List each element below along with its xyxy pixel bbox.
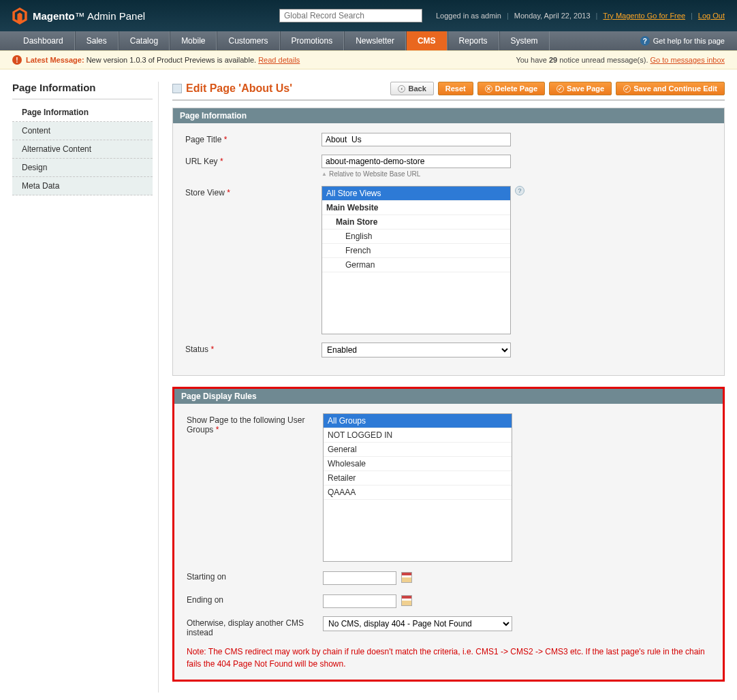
- logged-in-text: Logged in as admin: [436, 12, 501, 20]
- url-key-input[interactable]: [322, 155, 511, 168]
- store-opt-all[interactable]: All Store Views: [322, 187, 510, 201]
- sidebar-tabs: Page Information Content Alternative Con…: [12, 104, 153, 195]
- try-magento-link[interactable]: Try Magento Go for Free: [603, 12, 685, 20]
- nav-dashboard[interactable]: Dashboard: [12, 31, 75, 50]
- page-title-label: Page Title *: [185, 133, 322, 144]
- delete-icon: ✕: [485, 85, 492, 93]
- nav-mobile[interactable]: Mobile: [170, 31, 217, 50]
- status-label: Status *: [185, 343, 322, 354]
- starting-on-input[interactable]: [323, 571, 396, 585]
- otherwise-cms-label: Otherwise, display another CMS instead: [187, 616, 323, 637]
- user-groups-label: Show Page to the following User Groups *: [187, 413, 323, 434]
- store-view-select[interactable]: All Store Views Main Website Main Store …: [322, 186, 511, 334]
- back-icon: ‹: [398, 85, 405, 93]
- otherwise-cms-select[interactable]: No CMS, display 404 - Page Not Found: [323, 616, 512, 631]
- starting-on-label: Starting on: [187, 570, 323, 582]
- global-search-input[interactable]: [279, 9, 422, 22]
- group-opt-all[interactable]: All Groups: [324, 414, 512, 428]
- notice-right: You have 29 notice unread message(s). Go…: [516, 56, 725, 64]
- group-opt-retailer[interactable]: Retailer: [324, 471, 512, 486]
- notice-bar: ! Latest Message: New version 1.0.3 of P…: [0, 50, 737, 69]
- url-key-note: ▲Relative to Website Base URL: [322, 170, 712, 178]
- nav-reports[interactable]: Reports: [448, 31, 499, 50]
- store-opt-english[interactable]: English: [322, 229, 510, 244]
- store-opt-german[interactable]: German: [322, 258, 510, 272]
- logout-link[interactable]: Log Out: [698, 12, 725, 20]
- fieldset-header: Page Display Rules: [174, 389, 723, 404]
- sidebar: Page Information Page Information Conten…: [12, 82, 159, 693]
- page-display-rules-fieldset: Page Display Rules Show Page to the foll…: [172, 387, 725, 682]
- header-status: Logged in as admin | Monday, April 22, 2…: [436, 12, 725, 20]
- magento-logo-icon: [12, 7, 27, 25]
- check-icon: ✓: [623, 85, 631, 93]
- url-key-label: URL Key *: [185, 155, 322, 166]
- notice-message: New version 1.0.3 of Product Previews is…: [87, 56, 256, 64]
- group-opt-qaaaa[interactable]: QAAAA: [324, 486, 512, 500]
- main-nav: Dashboard Sales Catalog Mobile Customers…: [0, 31, 737, 50]
- save-button[interactable]: ✓Save Page: [549, 82, 612, 95]
- status-select[interactable]: Enabled: [322, 343, 511, 357]
- help-icon: ?: [640, 36, 650, 46]
- global-search: [279, 9, 422, 22]
- cms-redirect-note: Note: The CMS redirect may work by chain…: [187, 646, 710, 670]
- read-details-link[interactable]: Read details: [258, 56, 300, 64]
- logo-text: Magento™ Admin Panel: [33, 10, 145, 22]
- fieldset-header: Page Information: [173, 108, 724, 123]
- tab-page-information[interactable]: Page Information: [12, 104, 153, 122]
- user-groups-select[interactable]: All Groups NOT LOGGED IN General Wholesa…: [323, 413, 512, 562]
- nav-system[interactable]: System: [499, 31, 550, 50]
- messages-inbox-link[interactable]: Go to messages inbox: [650, 56, 725, 64]
- group-opt-wholesale[interactable]: Wholesale: [324, 457, 512, 471]
- nav-cms[interactable]: CMS: [406, 31, 448, 50]
- page-information-fieldset: Page Information Page Title * URL Key * …: [172, 108, 725, 376]
- logo[interactable]: Magento™ Admin Panel: [12, 7, 145, 25]
- group-opt-general[interactable]: General: [324, 443, 512, 457]
- page-title-input[interactable]: [322, 133, 511, 146]
- store-view-label: Store View *: [185, 186, 322, 197]
- store-opt-main-store[interactable]: Main Store: [322, 215, 510, 229]
- group-opt-notloggedin[interactable]: NOT LOGGED IN: [324, 428, 512, 443]
- delete-button[interactable]: ✕Delete Page: [477, 82, 545, 95]
- calendar-icon[interactable]: [401, 572, 412, 583]
- back-button[interactable]: ‹Back: [390, 82, 433, 95]
- page-icon: [172, 84, 182, 93]
- sidebar-title: Page Information: [12, 82, 153, 99]
- store-opt-french[interactable]: French: [322, 244, 510, 258]
- warning-icon: !: [12, 55, 22, 65]
- nav-help[interactable]: ? Get help for this page: [628, 31, 737, 50]
- reset-button[interactable]: Reset: [438, 82, 473, 95]
- tab-alternative-content[interactable]: Alternative Content: [12, 140, 153, 159]
- nav-catalog[interactable]: Catalog: [119, 31, 170, 50]
- action-buttons: ‹Back Reset ✕Delete Page ✓Save Page ✓Sav…: [390, 82, 725, 95]
- tab-meta-data[interactable]: Meta Data: [12, 177, 153, 195]
- admin-header: Magento™ Admin Panel Logged in as admin …: [0, 0, 737, 31]
- header-date: Monday, April 22, 2013: [514, 12, 591, 20]
- nav-promotions[interactable]: Promotions: [280, 31, 345, 50]
- calendar-icon[interactable]: [401, 595, 412, 606]
- nav-customers[interactable]: Customers: [217, 31, 279, 50]
- nav-sales[interactable]: Sales: [75, 31, 119, 50]
- save-continue-button[interactable]: ✓Save and Continue Edit: [616, 82, 725, 95]
- page-title: Edit Page 'About Us': [172, 82, 292, 95]
- tab-design[interactable]: Design: [12, 159, 153, 177]
- page-header: Edit Page 'About Us' ‹Back Reset ✕Delete…: [172, 82, 725, 101]
- store-view-help-icon[interactable]: ?: [515, 186, 524, 195]
- tab-content[interactable]: Content: [12, 122, 153, 140]
- store-opt-main-website[interactable]: Main Website: [322, 201, 510, 215]
- latest-label: Latest Message:: [26, 56, 84, 64]
- check-icon: ✓: [556, 85, 564, 93]
- ending-on-input[interactable]: [323, 594, 396, 608]
- ending-on-label: Ending on: [187, 593, 323, 605]
- main-content: Edit Page 'About Us' ‹Back Reset ✕Delete…: [172, 82, 725, 693]
- nav-newsletter[interactable]: Newsletter: [344, 31, 406, 50]
